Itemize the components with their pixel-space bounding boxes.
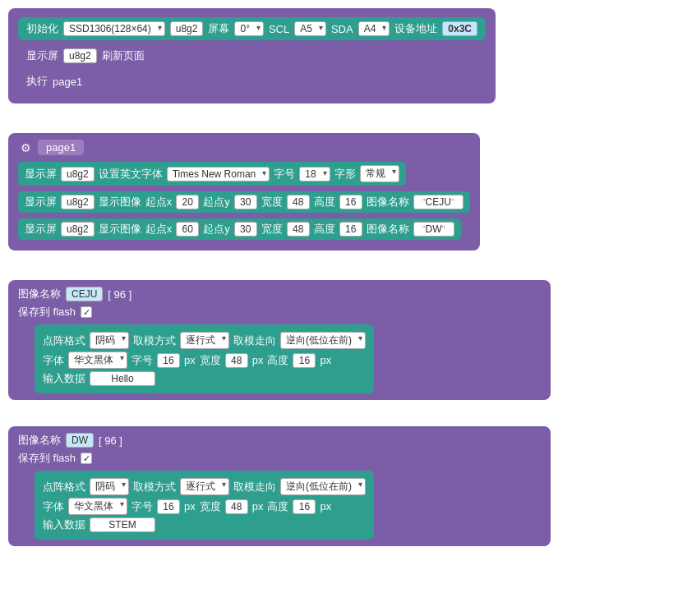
img-name-lbl2: 图像名称 — [367, 195, 409, 209]
dw-sample-dir-label: 取模走向 — [233, 480, 276, 494]
width-lbl3: 宽度 — [261, 222, 283, 237]
ceju-header-row: 图像名称 CEJU [ 96 ] — [18, 287, 541, 301]
show-img-lbl3: 显示图像 — [99, 222, 141, 237]
ceju-width-value[interactable]: 48 — [225, 353, 248, 368]
ceju-input-label: 输入数据 — [43, 371, 85, 386]
ceju-size-value[interactable]: 16 — [157, 353, 180, 368]
dw-font-label: 字体 — [43, 499, 64, 514]
dw-header-row: 图像名称 DW [ 96 ] — [18, 433, 541, 448]
show-img-lbl2: 显示图像 — [99, 195, 141, 209]
height-lbl2: 高度 — [314, 195, 335, 209]
size-lbl1: 字号 — [274, 167, 295, 182]
ceju-input-value[interactable]: Hello — [90, 371, 155, 386]
set-font-block: 显示屏 u8g2 设置英文字体 Times New Roman 字号 18 字形… — [18, 162, 406, 186]
x-val3[interactable]: 60 — [176, 222, 199, 237]
scl-dropdown[interactable]: A5 — [294, 21, 326, 36]
display-block: 显示屏 u8g2 刷新页面 — [18, 46, 153, 66]
ceju-img-name-value: CEJU — [66, 287, 103, 301]
ceju-dot-format-dropdown[interactable]: 阴码 — [90, 332, 129, 349]
rotate-dropdown[interactable]: 0° — [234, 21, 263, 36]
page1-row1: 显示屏 u8g2 设置英文字体 Times New Roman 字号 18 字形… — [18, 160, 470, 187]
dw-font-dropdown[interactable]: 华文黑体 — [68, 498, 127, 515]
ceju-save-flash-row: 保存到 flash ✓ — [18, 305, 541, 319]
dw-height-value[interactable]: 16 — [293, 499, 316, 514]
ceju-sample-method-label: 取模方式 — [133, 333, 176, 348]
page1-label: page1 — [53, 76, 82, 88]
dw-sub-teal: 点阵格式 阴码 取模方式 逐行式 取模走向 逆向(低位在前) 字体 华文黑体 字… — [35, 471, 374, 540]
display-lbl3: 显示屏 — [25, 222, 57, 237]
dw-sample-method-dropdown[interactable]: 逐行式 — [180, 478, 229, 495]
y-lbl2: 起点y — [203, 195, 230, 209]
dw-font-row: 字体 华文黑体 字号 16 px 宽度 48 px 高度 16 px — [43, 498, 366, 515]
sda-label: SDA — [331, 23, 353, 35]
dw-size-label: 字号 — [131, 499, 153, 514]
init-block: 初始化 SSD1306(128×64) u8g2 屏幕 0° SCL A5 SD… — [18, 17, 486, 40]
width-val3[interactable]: 48 — [287, 222, 310, 237]
y-val3[interactable]: 30 — [234, 222, 257, 237]
sda-dropdown[interactable]: A4 — [358, 21, 390, 36]
ceju-img-name-label: 图像名称 — [18, 287, 61, 301]
page1-container: ⚙ page1 显示屏 u8g2 设置英文字体 Times New Roman … — [8, 133, 480, 251]
dw-dot-format-row: 点阵格式 阴码 取模方式 逐行式 取模走向 逆向(低位在前) — [43, 478, 366, 495]
dw-save-checkbox[interactable]: ✓ — [81, 453, 92, 464]
font-dropdown[interactable]: Times New Roman — [167, 167, 270, 182]
dw-px3: px — [320, 500, 331, 513]
dw-img-name-value: DW — [66, 433, 94, 448]
ceju-sample-method-dropdown[interactable]: 逐行式 — [180, 332, 229, 349]
ceju-sample-dir-dropdown[interactable]: 逆向(低位在前) — [280, 332, 366, 349]
page1-row3: 显示屏 u8g2 显示图像 起点x 60 起点y 30 宽度 48 高度 16 … — [18, 217, 470, 241]
dw-save-flash-label: 保存到 flash — [18, 451, 76, 466]
init-row: 初始化 SSD1306(128×64) u8g2 屏幕 0° SCL A5 SD… — [18, 17, 486, 44]
refresh-label: 刷新页面 — [102, 48, 145, 63]
dw-size-value[interactable]: 16 — [157, 499, 180, 514]
display-lbl2: 显示屏 — [25, 195, 57, 209]
ceju-font-label: 字体 — [43, 353, 64, 368]
y-val2[interactable]: 30 — [234, 195, 257, 209]
ceju-px1: px — [184, 354, 196, 366]
ceju-height-value[interactable]: 16 — [293, 353, 316, 368]
size-dropdown1[interactable]: 18 — [299, 167, 330, 182]
x-lbl2: 起点x — [145, 195, 173, 209]
show-img-dw-block: 显示屏 u8g2 显示图像 起点x 60 起点y 30 宽度 48 高度 16 … — [18, 218, 461, 240]
dw-px2: px — [252, 500, 264, 513]
exec-label: 执行 — [26, 74, 48, 89]
width-lbl2: 宽度 — [261, 195, 283, 209]
width-val2[interactable]: 48 — [287, 195, 310, 209]
ceju-input-row: 输入数据 Hello — [43, 371, 366, 386]
init-label: 初始化 — [26, 21, 58, 36]
img-name-lbl3: 图像名称 — [367, 222, 409, 237]
height-val3[interactable]: 16 — [339, 222, 362, 237]
x-val2[interactable]: 20 — [176, 195, 199, 209]
dw-dot-format-dropdown[interactable]: 阴码 — [90, 478, 129, 495]
dw-save-flash-row: 保存到 flash ✓ — [18, 451, 541, 466]
height-val2[interactable]: 16 — [339, 195, 362, 209]
scl-label: SCL — [269, 23, 289, 35]
dw-width-label: 宽度 — [200, 499, 221, 514]
img-name-val2: "CEJU" — [413, 195, 464, 209]
ssd-dropdown[interactable]: SSD1306(128×64) — [63, 21, 165, 36]
ceju-save-flash-label: 保存到 flash — [18, 305, 76, 319]
ceju-sample-dir-label: 取模走向 — [233, 333, 276, 348]
ceju-px3: px — [320, 354, 331, 366]
ceju-height-label: 高度 — [267, 353, 288, 368]
ceju-save-checkbox[interactable]: ✓ — [81, 306, 92, 318]
dw-input-value[interactable]: STEM — [90, 517, 155, 532]
ceju-size-label: 字号 — [131, 353, 153, 368]
ceju-dot-format-row: 点阵格式 阴码 取模方式 逐行式 取模走向 逆向(低位在前) — [43, 332, 366, 349]
y-lbl3: 起点y — [203, 222, 230, 237]
ceju-font-dropdown[interactable]: 华文黑体 — [68, 352, 127, 369]
ceju-px2: px — [252, 354, 264, 366]
set-font-lbl: 设置英文字体 — [99, 167, 163, 182]
style-dropdown1[interactable]: 常规 — [360, 165, 399, 182]
dw-bracket: [ 96 ] — [99, 434, 122, 447]
dw-width-value[interactable]: 48 — [225, 499, 248, 514]
image-dw-section: 图像名称 DW [ 96 ] 保存到 flash ✓ 点阵格式 阴码 取模方式 … — [8, 426, 551, 546]
dw-input-row: 输入数据 STEM — [43, 517, 366, 532]
exec-block: 执行 page1 — [18, 71, 90, 91]
u8g2-r2: u8g2 — [61, 195, 95, 209]
img-name-val3: "DW" — [413, 222, 454, 237]
device-addr-label: 设备地址 — [394, 21, 437, 36]
gear-icon: ⚙ — [18, 140, 33, 155]
dw-sample-dir-dropdown[interactable]: 逆向(低位在前) — [280, 478, 366, 495]
u8g2-field: u8g2 — [170, 21, 204, 36]
